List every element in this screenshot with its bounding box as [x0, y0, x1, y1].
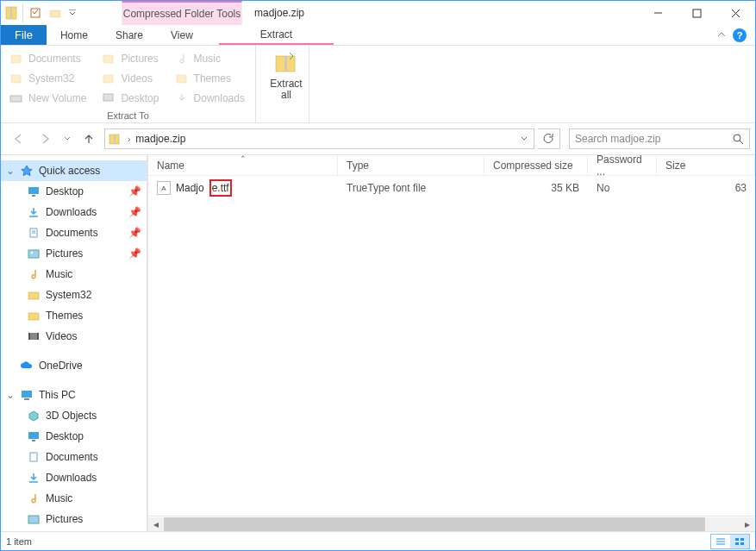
tab-home[interactable]: Home — [47, 25, 102, 45]
extract-all-button[interactable]: Extract all — [265, 49, 308, 101]
nav-history-dropdown[interactable] — [61, 135, 73, 142]
sidebar-item-music-pc[interactable]: Music — [1, 488, 147, 509]
tab-file[interactable]: File — [1, 25, 47, 45]
view-large-icons-button[interactable] — [730, 535, 749, 548]
maximize-button[interactable] — [678, 1, 716, 25]
file-list-pane: Name⌃ Type Compressed size Password ... … — [148, 155, 755, 531]
status-item-count: 1 item — [6, 536, 32, 547]
file-csize-cell: 35 KB — [484, 182, 588, 194]
extract-to-system32[interactable]: System32 — [9, 69, 88, 88]
svg-rect-11 — [103, 75, 113, 83]
sidebar-item-desktop-pc[interactable]: Desktop — [1, 426, 147, 447]
sidebar-item-system32[interactable]: System32 — [1, 285, 147, 305]
column-name[interactable]: Name⌃ — [148, 155, 338, 175]
file-rows[interactable]: A Madjoe.ttf TrueType font file 35 KB No… — [148, 176, 755, 516]
extract-all-label: Extract all — [270, 78, 302, 101]
svg-rect-14 — [103, 94, 113, 101]
desktop-icon — [27, 185, 41, 198]
nav-back-button[interactable] — [6, 128, 30, 149]
ribbon-collapse-button[interactable] — [717, 31, 726, 40]
file-row[interactable]: A Madjoe.ttf TrueType font file 35 KB No… — [148, 176, 755, 197]
svg-rect-1 — [10, 7, 12, 19]
address-segment[interactable]: madjoe.zip — [135, 133, 185, 145]
address-bar[interactable]: › madjoe.zip — [104, 128, 534, 149]
scroll-left-button[interactable]: ◂ — [148, 517, 164, 531]
column-size[interactable]: Size — [657, 155, 755, 175]
scroll-thumb[interactable] — [164, 517, 705, 531]
view-details-button[interactable] — [711, 535, 730, 548]
sidebar-item-desktop[interactable]: Desktop 📌 — [1, 181, 147, 202]
qat-newfolder-icon[interactable] — [47, 3, 66, 22]
svg-rect-21 — [28, 187, 39, 194]
extract-to-new-volume[interactable]: New Volume — [9, 89, 88, 108]
qat-separator — [22, 3, 26, 22]
view-toggle — [710, 534, 750, 549]
cloud-icon — [20, 359, 34, 373]
sidebar-this-pc[interactable]: ⌄ This PC — [1, 385, 147, 405]
sidebar-item-themes[interactable]: Themes — [1, 305, 147, 326]
extract-to-pictures[interactable]: Pictures — [102, 49, 160, 68]
star-icon — [20, 164, 34, 178]
address-chevron-icon[interactable]: › — [126, 135, 132, 144]
svg-point-27 — [31, 252, 34, 254]
sidebar-item-downloads-pc[interactable]: Downloads — [1, 467, 147, 488]
column-password[interactable]: Password ... — [588, 155, 657, 175]
file-name-cell[interactable]: A Madjoe.ttf — [148, 179, 338, 197]
tab-view[interactable]: View — [157, 25, 207, 45]
extract-to-themes[interactable]: Themes — [175, 69, 247, 88]
pc-icon — [20, 388, 34, 402]
status-bar: 1 item — [1, 531, 755, 550]
address-history-dropdown[interactable] — [516, 135, 532, 142]
svg-rect-28 — [28, 292, 39, 299]
sidebar-quick-access[interactable]: ⌄ Quick access — [1, 160, 147, 181]
window-title: madjoe.zip — [242, 1, 639, 25]
music-icon — [27, 492, 41, 505]
sidebar-item-3d-objects[interactable]: 3D Objects — [1, 405, 147, 426]
extract-to-music[interactable]: Music — [175, 49, 247, 68]
sidebar-item-pictures[interactable]: Pictures 📌 — [1, 243, 147, 264]
navigation-tree[interactable]: ⌄ Quick access Desktop 📌 Downloads 📌 Doc… — [1, 155, 147, 531]
svg-rect-13 — [10, 96, 22, 102]
svg-rect-43 — [735, 542, 739, 545]
navigation-bar: › madjoe.zip Search madjoe.zip — [1, 123, 755, 154]
help-icon[interactable]: ? — [733, 28, 747, 42]
sidebar-item-videos-freq[interactable]: Videos — [1, 326, 147, 347]
svg-rect-29 — [28, 313, 39, 320]
downloads-icon — [27, 205, 41, 219]
qat-customize-dropdown[interactable] — [66, 9, 78, 16]
file-size-cell: 63 — [657, 182, 755, 194]
music-icon — [27, 267, 41, 281]
nav-up-button[interactable] — [77, 128, 101, 149]
sidebar-item-pictures-pc[interactable]: Pictures — [1, 509, 147, 529]
extract-to-videos[interactable]: Videos — [102, 69, 160, 88]
column-compressed-size[interactable]: Compressed size — [484, 155, 588, 175]
sidebar-onedrive[interactable]: › OneDrive — [1, 355, 147, 376]
minimize-button[interactable] — [639, 1, 678, 25]
scroll-track[interactable] — [164, 517, 740, 531]
search-box[interactable]: Search madjoe.zip — [569, 128, 750, 149]
qat-properties-icon[interactable] — [27, 3, 46, 22]
refresh-button[interactable] — [538, 128, 560, 149]
documents-icon — [27, 226, 41, 240]
nav-forward-button[interactable] — [34, 128, 58, 149]
horizontal-scrollbar[interactable]: ◂ ▸ — [148, 516, 755, 531]
column-type[interactable]: Type — [338, 155, 484, 175]
cube-icon — [27, 409, 41, 423]
svg-rect-9 — [103, 55, 113, 63]
sidebar-item-documents[interactable]: Documents 📌 — [1, 222, 147, 243]
pictures-icon — [27, 247, 41, 260]
documents-icon — [27, 450, 41, 464]
sidebar-item-music-freq[interactable]: Music — [1, 264, 147, 285]
close-button[interactable] — [716, 1, 755, 25]
extract-to-desktop[interactable]: Desktop — [102, 89, 160, 108]
sidebar-item-documents-pc[interactable]: Documents — [1, 447, 147, 467]
sidebar-item-downloads[interactable]: Downloads 📌 — [1, 202, 147, 222]
tab-share[interactable]: Share — [102, 25, 157, 45]
scroll-right-button[interactable]: ▸ — [740, 517, 755, 531]
extract-to-documents[interactable]: Documents — [9, 49, 88, 68]
pin-icon: 📌 — [128, 206, 141, 218]
downloads-icon — [27, 471, 41, 485]
svg-rect-36 — [30, 453, 37, 461]
extract-to-downloads[interactable]: Downloads — [175, 89, 247, 108]
tab-extract[interactable]: Extract — [219, 25, 334, 45]
